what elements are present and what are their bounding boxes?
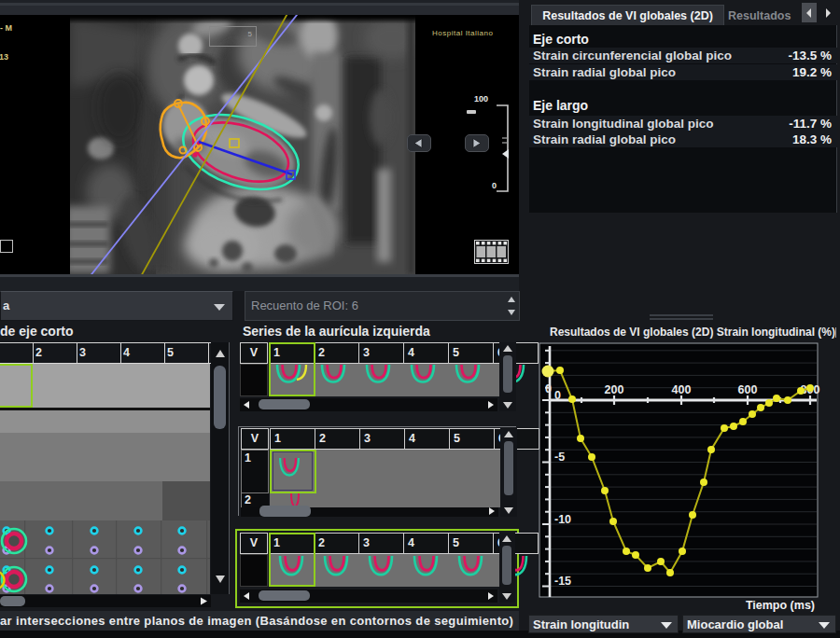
svg-text:400: 400 bbox=[672, 383, 692, 396]
svg-text:-10: -10 bbox=[554, 513, 571, 526]
svg-text:-15: -15 bbox=[554, 575, 571, 588]
svg-text:-5: -5 bbox=[554, 451, 565, 464]
svg-text:600: 600 bbox=[738, 383, 758, 396]
svg-text:200: 200 bbox=[605, 383, 624, 396]
svg-text:0: 0 bbox=[545, 382, 552, 395]
svg-text:Tiempo (ms): Tiempo (ms) bbox=[746, 599, 815, 612]
svg-text:0: 0 bbox=[554, 389, 561, 402]
